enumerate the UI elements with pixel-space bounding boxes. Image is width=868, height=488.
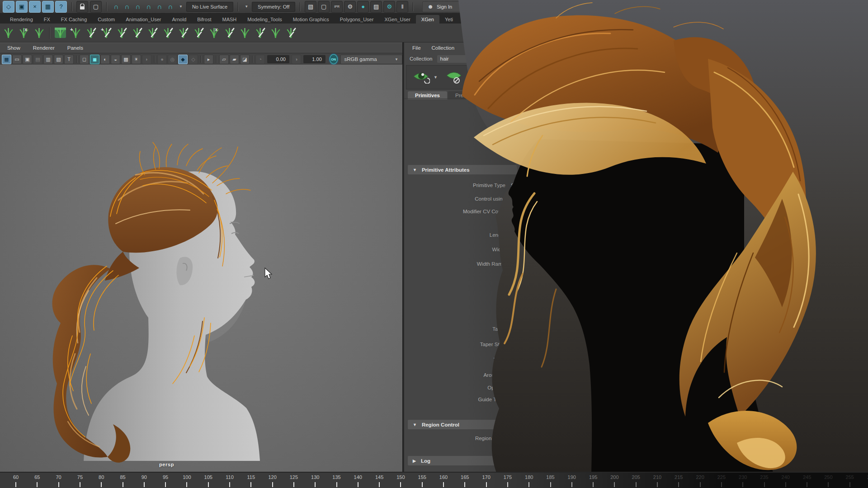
pane-layout-a-icon[interactable]: ▱	[219, 55, 229, 64]
menu-show[interactable]: Show	[7, 45, 20, 51]
collection-name-field[interactable]: hair	[437, 55, 541, 63]
grid-icon[interactable]: ▦	[2, 55, 11, 64]
display-checkbox[interactable]: ✓	[511, 385, 518, 391]
wireframe-icon[interactable]: ◻	[80, 55, 89, 64]
sculpt-guides-icon[interactable]	[84, 25, 98, 41]
export-curves-icon[interactable]	[32, 25, 46, 41]
film-gate-icon[interactable]: ▭	[12, 55, 22, 64]
menu-descriptions[interactable]: Descriptions	[465, 45, 494, 51]
open-render-view-icon[interactable]: ▧	[305, 1, 316, 13]
pane-layout-b-icon[interactable]: ▰	[230, 55, 239, 64]
field-chart-icon[interactable]: ▥	[43, 55, 53, 64]
description-hide-icon[interactable]	[445, 69, 463, 85]
ipr-render-icon[interactable]: IPR	[331, 1, 343, 13]
gate-mask-icon[interactable]: ▤	[33, 55, 42, 64]
exposure-field[interactable]: 0.00	[267, 55, 289, 63]
length-field[interactable]: 1.0000	[511, 231, 556, 239]
interpolation-value[interactable]: Linear	[543, 314, 557, 319]
grass-preview-icon[interactable]	[237, 25, 252, 41]
description-visibility-icon[interactable]	[412, 69, 430, 85]
ramp-handle[interactable]	[515, 294, 520, 299]
smooth-brush-icon[interactable]	[222, 25, 236, 41]
selection-mask-icon[interactable]: ◇	[3, 1, 14, 13]
noise-brush-icon[interactable]	[191, 25, 206, 41]
marquee-select-icon[interactable]: ▢	[90, 1, 102, 13]
shelf-tab-xgen[interactable]: XGen	[416, 15, 439, 23]
symmetry-field[interactable]: Symmetry: Off	[252, 2, 295, 12]
control-using-dropdown[interactable]: Guides	[511, 196, 527, 202]
light-editor-icon[interactable]: ⚙	[383, 1, 395, 13]
sign-in-button[interactable]: ☻ Sign In ▼	[422, 1, 476, 12]
chevron-down-icon[interactable]: ▼	[434, 75, 438, 80]
menu-file[interactable]: File	[412, 45, 421, 51]
snap-view-plane-icon[interactable]: ∩	[155, 1, 165, 12]
set-length-button[interactable]: Set Length	[511, 408, 547, 416]
freeze-brush-icon[interactable]	[283, 25, 298, 41]
region-mask-field[interactable]: 0.0	[511, 434, 556, 443]
textured-icon[interactable]: ◐	[100, 55, 110, 64]
shelf-tab-xgen-user[interactable]: XGen_User	[379, 15, 415, 23]
taper-slider[interactable]	[559, 328, 589, 330]
animation-prefs-icon[interactable]: ▦	[42, 1, 54, 13]
create-curve-icon[interactable]	[1, 25, 15, 41]
hud-icon[interactable]: T	[64, 55, 74, 64]
taper-field[interactable]: 0.0000	[511, 325, 556, 333]
exposure-icon[interactable]: ◔	[255, 55, 265, 64]
smooth-shade-icon[interactable]: ◼	[90, 55, 99, 64]
pause-icon[interactable]: ‖	[396, 1, 408, 13]
contrast-icon[interactable]: ◑	[292, 55, 301, 64]
shelf-tab-yeti[interactable]: Yeti	[439, 15, 458, 23]
checkbox[interactable]	[511, 103, 518, 110]
lighting-icon[interactable]: ☀	[132, 55, 141, 64]
taper-start-field[interactable]: 0.0000	[511, 340, 556, 349]
add-guide-icon[interactable]: +	[68, 25, 83, 41]
xgen-editor-icon[interactable]	[53, 25, 67, 41]
around-n-field[interactable]: 0.0000	[511, 371, 556, 380]
shadows-icon[interactable]: ◗	[142, 55, 151, 64]
gamma-field[interactable]: 1.00	[303, 55, 326, 63]
place-guides-icon[interactable]	[114, 25, 129, 41]
around-n-slider[interactable]	[559, 375, 589, 376]
taper-start-slider[interactable]	[559, 344, 589, 345]
width-brush-icon[interactable]	[253, 25, 267, 41]
color-management-toggle[interactable]: ON	[330, 54, 338, 64]
time-ruler[interactable]: 6065707580859095100105110115120125130135…	[0, 472, 868, 488]
multisampling-icon[interactable]: ◆	[178, 55, 188, 64]
create-button[interactable]: Create	[511, 151, 538, 158]
object-mode-icon[interactable]: ▣	[16, 1, 28, 13]
shelf-tab-arnold[interactable]: Arnold	[166, 15, 192, 23]
shelf-tab-animation-user[interactable]: Animation_User	[120, 15, 166, 23]
shelf-tab-bifrost[interactable]: Bifrost	[192, 15, 217, 23]
width-slider[interactable]	[559, 249, 589, 250]
add-sculpt-icon[interactable]: +	[99, 25, 113, 41]
section-primitive-attributes[interactable]: ▼ Primitive Attributes	[408, 165, 612, 174]
isolate-select-icon[interactable]: ▸	[204, 55, 213, 64]
tilt-n-slider[interactable]	[559, 359, 589, 361]
menu-panels[interactable]: Panels	[67, 45, 83, 51]
uniform-checkbox[interactable]: ✓	[511, 220, 518, 227]
rebuild-button[interactable]: Rebuild	[511, 396, 539, 403]
wireframe-on-shaded-icon[interactable]: ◒	[111, 55, 120, 64]
snap-grid-icon[interactable]: ∩	[111, 1, 121, 12]
shelf-tab-polygons-user[interactable]: Polygons_User	[335, 15, 379, 23]
width-ramp-widget[interactable]: R	[511, 255, 572, 300]
length-slider[interactable]	[559, 235, 589, 236]
render-current-frame-icon[interactable]: ▢	[318, 1, 330, 13]
snap-point-icon[interactable]: ∩	[133, 1, 143, 12]
shelf-tab-rendering[interactable]: Rendering	[5, 15, 38, 23]
section-region-control[interactable]: ▼ Region Control	[408, 420, 612, 429]
shelf-tab-modeling-tools[interactable]: Modeling_Tools	[242, 15, 287, 23]
shelf-tab-motion-graphics[interactable]: Motion Graphics	[288, 15, 335, 23]
component-mode-icon[interactable]: ×	[29, 1, 41, 13]
resolution-gate-icon[interactable]: ▣	[23, 55, 32, 64]
symmetry-dropdown-icon[interactable]: ▼	[245, 5, 248, 9]
help-icon[interactable]: ?	[55, 1, 67, 13]
comb-guides-icon[interactable]	[130, 25, 144, 41]
arnold-renderview-icon[interactable]: ●	[357, 1, 369, 13]
snap-projected-center-icon[interactable]: ∩	[144, 1, 154, 12]
delete-curve-icon[interactable]: x	[16, 25, 31, 41]
add-description-icon[interactable]: +	[481, 70, 493, 84]
viewport-3d[interactable]: persp	[0, 65, 402, 472]
color-space-dropdown[interactable]: sRGB gamma ▼	[340, 55, 403, 64]
tilt-n-field[interactable]: 0.0000	[511, 356, 556, 364]
